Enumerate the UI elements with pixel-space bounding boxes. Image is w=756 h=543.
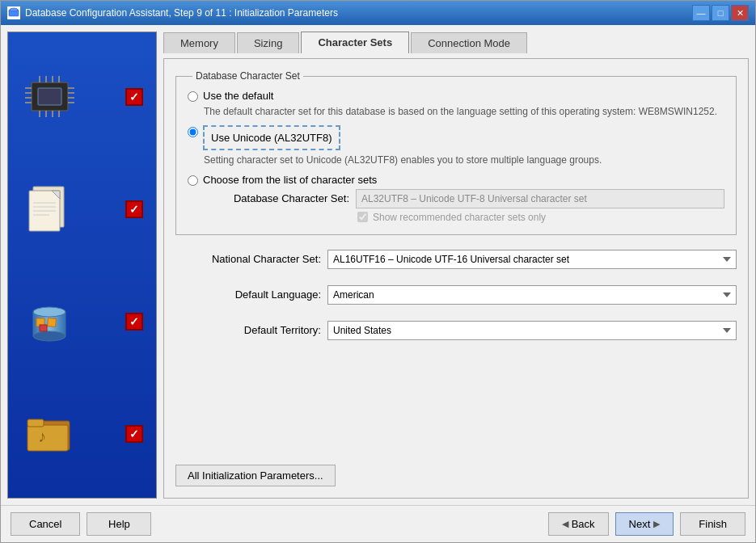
fieldset-legend: Database Character Set (192, 70, 303, 82)
bottom-right: ◀ Back Next ▶ Finish (548, 512, 745, 536)
unicode-label-dashed: Use Unicode (AL32UTF8) (203, 125, 340, 150)
back-button[interactable]: ◀ Back (548, 512, 609, 536)
db-char-set-input (356, 189, 724, 208)
db-char-row: Database Character Set: (204, 189, 724, 208)
tab-memory[interactable]: Memory (163, 32, 235, 53)
db-char-set-fieldset: Database Character Set Use the default T… (175, 70, 737, 235)
check-icon-3: ✓ (125, 313, 143, 330)
radio-choose-list: Choose from the list of character sets (188, 174, 724, 186)
default-territory-label: Default Territory: (175, 324, 321, 336)
left-item-folder: ♪ ✓ (16, 406, 148, 461)
help-button[interactable]: Help (87, 512, 151, 536)
close-button[interactable]: ✕ (731, 5, 749, 21)
radio-unicode-input[interactable] (188, 127, 198, 137)
tab-character-sets[interactable]: Character Sets (301, 32, 409, 53)
default-language-label: Default Language: (175, 288, 321, 301)
check-icon-2: ✓ (125, 200, 143, 218)
next-label: Next (629, 518, 651, 530)
main-content: ✓ ✓ (1, 25, 755, 505)
radio-default-input[interactable] (188, 91, 198, 102)
svg-point-1 (10, 8, 18, 11)
tab-bar: Memory Sizing Character Sets Connection … (163, 32, 749, 53)
default-language-select[interactable]: American (327, 285, 737, 305)
show-recommended-checkbox (357, 212, 368, 222)
all-params-container: All Initialization Parameters... (175, 455, 737, 486)
window-title: Database Configuration Assistant, Step 9… (25, 7, 338, 19)
database-icon (21, 297, 78, 346)
radio-choose-input[interactable] (188, 175, 198, 186)
show-recommended-label: Show recommended character sets only (373, 212, 546, 223)
national-char-label: National Character Set: (175, 253, 321, 265)
panel-content: Database Character Set Use the default T… (163, 58, 749, 499)
svg-point-28 (33, 307, 65, 317)
radio-default-label[interactable]: Use the default (203, 90, 273, 102)
left-panel: ✓ ✓ (7, 32, 157, 499)
svg-rect-3 (38, 88, 61, 105)
tab-sizing[interactable]: Sizing (237, 32, 299, 53)
title-controls: — □ ✕ (692, 5, 749, 21)
radio-unicode-label[interactable]: Use Unicode (AL32UTF8) (203, 125, 340, 150)
main-window: Database Configuration Assistant, Step 9… (0, 0, 756, 543)
next-button[interactable]: Next ▶ (615, 512, 674, 536)
all-params-button[interactable]: All Initialization Parameters... (175, 465, 336, 486)
check-icon-4: ✓ (125, 425, 143, 443)
national-char-row: National Character Set: AL16UTF16 – Unic… (175, 250, 737, 269)
default-territory-select[interactable]: United States (327, 321, 737, 340)
option-unicode-desc: Setting character set to Unicode (AL32UT… (204, 154, 724, 167)
right-panel: Memory Sizing Character Sets Connection … (163, 32, 749, 499)
back-label: Back (572, 518, 595, 530)
svg-rect-35 (27, 419, 44, 427)
svg-text:♪: ♪ (38, 427, 46, 445)
left-item-db: ✓ (16, 294, 148, 349)
title-bar-left: Database Configuration Assistant, Step 9… (7, 6, 338, 19)
cancel-button[interactable]: Cancel (11, 512, 80, 536)
show-recommended-row: Show recommended character sets only (357, 212, 724, 223)
chip-icon (21, 73, 78, 121)
db-char-set-label: Database Character Set: (204, 192, 349, 204)
next-arrow-icon: ▶ (653, 519, 660, 529)
left-item-chip: ✓ (16, 69, 148, 124)
back-arrow-icon: ◀ (562, 519, 568, 529)
folder-icon: ♪ (21, 410, 78, 458)
default-territory-row: Default Territory: United States (175, 321, 737, 340)
title-bar: Database Configuration Assistant, Step 9… (1, 1, 755, 25)
bottom-bar: Cancel Help ◀ Back Next ▶ Finish (1, 505, 755, 542)
option-default-desc: The default character set for this datab… (204, 105, 724, 119)
svg-rect-31 (48, 318, 57, 326)
national-char-select[interactable]: AL16UTF16 – Unicode UTF-16 Universal cha… (327, 250, 737, 269)
svg-point-29 (33, 331, 65, 341)
minimize-button[interactable]: — (692, 5, 710, 21)
finish-button[interactable]: Finish (680, 512, 745, 536)
tab-connection-mode[interactable]: Connection Mode (411, 32, 527, 53)
maximize-button[interactable]: □ (712, 5, 729, 21)
radio-use-unicode: Use Unicode (AL32UTF8) (188, 125, 724, 150)
radio-use-default: Use the default (188, 90, 724, 102)
app-icon (7, 6, 20, 19)
bottom-left: Cancel Help (11, 512, 151, 536)
default-language-row: Default Language: American (175, 285, 737, 305)
check-icon-1: ✓ (125, 88, 143, 106)
radio-choose-label[interactable]: Choose from the list of character sets (203, 174, 377, 186)
left-item-doc: ✓ (16, 182, 148, 237)
document-icon (21, 185, 78, 234)
svg-rect-32 (40, 325, 47, 331)
svg-rect-34 (27, 425, 68, 451)
